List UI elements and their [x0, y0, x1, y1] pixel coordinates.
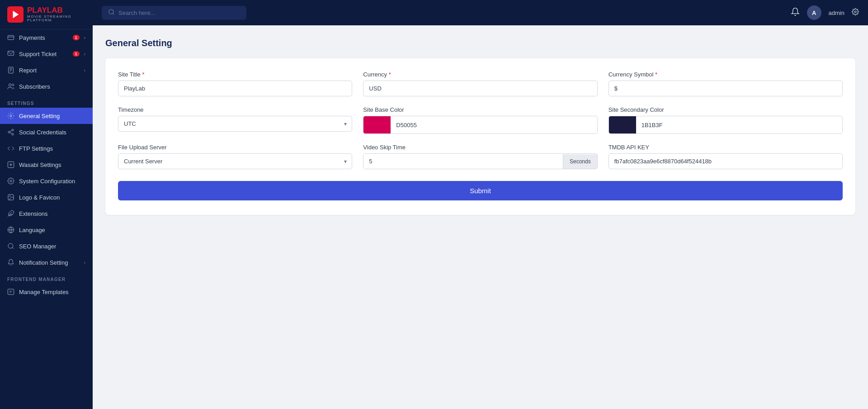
currency-group: Currency *	[363, 71, 597, 96]
brand-name: PLAYLAB	[27, 6, 85, 15]
file-upload-server-group: File Upload Server Current Server	[118, 144, 352, 169]
subscribers-label: Subscribers	[19, 83, 85, 90]
notification-label: Notification Setting	[19, 259, 80, 266]
svg-point-31	[854, 11, 856, 13]
sidebar-item-system-configuration[interactable]: System Configuration	[0, 173, 93, 189]
svg-point-29	[109, 9, 113, 14]
site-secondary-color-text[interactable]	[636, 118, 842, 133]
sidebar-item-logo-favicon[interactable]: Logo & Favicon	[0, 189, 93, 205]
notification-bell-button[interactable]	[791, 7, 800, 19]
seo-label: SEO Manager	[19, 243, 85, 250]
support-label: Support Ticket	[19, 51, 68, 57]
svg-point-19	[9, 196, 10, 197]
tmdb-input[interactable]	[609, 153, 843, 169]
svg-point-24	[8, 243, 13, 248]
site-base-color-group: Site Base Color	[363, 106, 597, 134]
currency-label: Currency *	[363, 71, 597, 78]
svg-point-17	[10, 180, 12, 182]
site-secondary-color-swatch[interactable]	[609, 116, 636, 133]
currency-symbol-input[interactable]	[609, 81, 843, 96]
page-title: General Setting	[105, 38, 855, 48]
ftp-icon	[7, 145, 14, 152]
support-badge: 1	[73, 51, 80, 57]
logo-icon	[7, 6, 24, 23]
sidebar-item-notification-setting[interactable]: Notification Setting ›	[0, 254, 93, 271]
avatar: A	[807, 5, 821, 20]
notification-icon	[7, 259, 14, 266]
site-secondary-color-label: Site Secondary Color	[609, 106, 843, 113]
logo-area: PLAYLAB MOVIE STREAMING PLATFORM	[0, 0, 93, 29]
report-icon	[7, 67, 14, 74]
site-base-color-swatch[interactable]	[363, 116, 391, 133]
tmdb-api-key-group: TMDB API KEY	[609, 144, 843, 169]
settings-section-label: SETTINGS	[0, 95, 93, 108]
search-box[interactable]	[102, 6, 246, 20]
site-base-color-label: Site Base Color	[363, 106, 597, 113]
manage-templates-label: Manage Templates	[19, 289, 85, 295]
admin-label: admin	[829, 10, 844, 16]
svg-line-14	[10, 133, 12, 134]
payments-chevron: ›	[84, 35, 85, 40]
language-icon	[7, 226, 14, 233]
svg-point-11	[12, 129, 14, 131]
site-base-color-input-row	[363, 116, 597, 134]
svg-line-25	[12, 247, 14, 249]
sidebar-item-language[interactable]: Language	[0, 222, 93, 238]
tmdb-label: TMDB API KEY	[609, 144, 843, 151]
sidebar-item-wasabi-settings[interactable]: Wasabi Settings	[0, 157, 93, 173]
sidebar-item-seo-manager[interactable]: SEO Manager	[0, 238, 93, 254]
sidebar-item-ftp-settings[interactable]: FTP Settings	[0, 140, 93, 157]
timezone-label: Timezone	[118, 106, 352, 113]
svg-rect-1	[8, 36, 14, 40]
topbar: A admin	[93, 0, 868, 25]
brand-tagline: MOVIE STREAMING PLATFORM	[27, 15, 85, 23]
svg-rect-26	[8, 289, 14, 295]
video-skip-wrapper: Seconds	[363, 153, 597, 169]
payments-icon	[7, 34, 14, 41]
site-title-input[interactable]	[118, 81, 352, 96]
sidebar-item-support-ticket[interactable]: Support Ticket 1 ›	[0, 46, 93, 62]
logo-favicon-icon	[7, 194, 14, 201]
sidebar: PLAYLAB MOVIE STREAMING PLATFORM Payment…	[0, 0, 93, 409]
file-upload-select[interactable]: Current Server	[118, 153, 352, 169]
subscribers-icon	[7, 83, 14, 90]
currency-input[interactable]	[363, 81, 597, 96]
svg-point-10	[10, 115, 12, 117]
video-skip-time-group: Video Skip Time Seconds	[363, 144, 597, 169]
svg-point-13	[12, 133, 14, 135]
general-setting-icon	[7, 112, 14, 119]
payments-badge: 1	[73, 35, 80, 40]
site-title-label: Site Title *	[118, 71, 352, 78]
svg-point-9	[12, 84, 14, 86]
sidebar-item-social-credentials[interactable]: Social Credentials	[0, 124, 93, 140]
notification-chevron: ›	[84, 260, 85, 265]
video-skip-input[interactable]	[363, 154, 563, 169]
file-upload-select-wrapper: Current Server	[118, 153, 352, 169]
timezone-select[interactable]: UTC	[118, 116, 352, 132]
support-chevron: ›	[84, 52, 85, 57]
currency-symbol-group: Currency Symbol *	[609, 71, 843, 96]
svg-line-15	[10, 131, 12, 132]
svg-point-8	[9, 84, 11, 86]
currency-symbol-label: Currency Symbol *	[609, 71, 843, 78]
wasabi-icon	[7, 161, 14, 168]
sidebar-item-extensions[interactable]: Extensions	[0, 205, 93, 222]
sidebar-item-subscribers[interactable]: Subscribers	[0, 78, 93, 95]
sidebar-item-payments[interactable]: Payments 1 ›	[0, 29, 93, 46]
social-icon	[7, 128, 14, 136]
search-input[interactable]	[118, 10, 240, 16]
system-config-icon	[7, 177, 14, 185]
payments-label: Payments	[19, 34, 68, 41]
sidebar-item-general-setting[interactable]: General Setting	[0, 108, 93, 124]
search-icon	[108, 9, 115, 17]
sidebar-item-report[interactable]: Report ›	[0, 62, 93, 78]
language-label: Language	[19, 227, 85, 233]
account-settings-button[interactable]	[852, 8, 859, 17]
extensions-icon	[7, 210, 14, 217]
svg-rect-4	[9, 67, 14, 73]
site-base-color-text[interactable]	[391, 118, 597, 133]
sidebar-item-manage-templates[interactable]: Manage Templates	[0, 284, 93, 300]
frontend-section-label: FRONTEND MANAGER	[0, 271, 93, 284]
submit-button[interactable]: Submit	[118, 181, 843, 200]
seconds-badge: Seconds	[563, 154, 597, 169]
